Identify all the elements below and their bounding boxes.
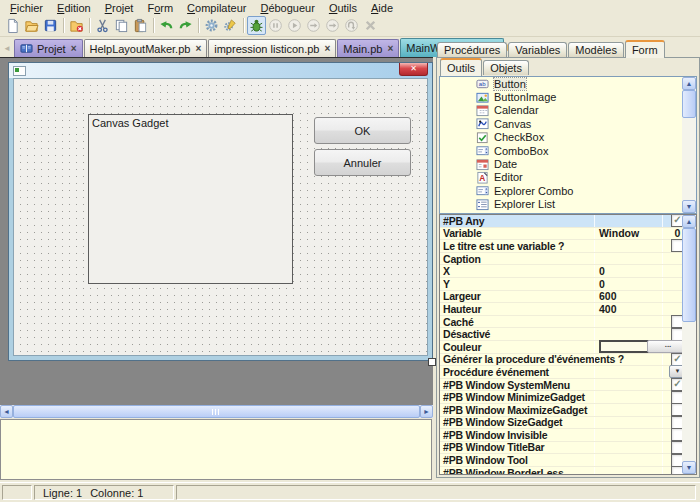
property-row-largeur[interactable]: Largeur600 [440, 291, 682, 304]
window-close-button[interactable]: ✕ [399, 63, 428, 76]
property-row-pb-window-invisible[interactable]: #PB Window Invisible [440, 429, 682, 442]
gadget-item-buttonimage[interactable]: ButtonImage [440, 90, 696, 103]
panel-tab-proc-dures[interactable]: Procédures [437, 42, 507, 57]
propgrid-scroll-up-button[interactable]: ▲ [682, 215, 696, 228]
property-row-cach[interactable]: Caché [440, 316, 682, 329]
event-procedure-dropdown-button[interactable]: ▼ [669, 365, 683, 378]
document-tab-impression-listicon-pb[interactable]: impression listicon.pb× [208, 39, 336, 57]
open-folder-button[interactable] [22, 16, 41, 35]
property-row-pb-window-sizegadget[interactable]: #PB Window SizeGadget [440, 417, 682, 430]
property-row-caption[interactable]: Caption [440, 253, 682, 266]
panel-tab-form[interactable]: Form [625, 40, 665, 58]
property-row-pb-window-systemmenu[interactable]: #PB Window SystemMenu✓ [440, 379, 682, 392]
tab-close-icon[interactable]: × [324, 43, 330, 54]
property-row-proc-dure-v-nement[interactable]: Procédure événement▼ [440, 366, 682, 379]
property-row-hauteur[interactable]: Hauteur400 [440, 303, 682, 316]
property-checkbox[interactable] [671, 315, 682, 328]
document-tab-helplayoutmaker-pb[interactable]: HelpLayoutMaker.pb× [84, 39, 208, 57]
menu-item-fichier[interactable]: Fichier [3, 1, 50, 15]
menu-item-outils[interactable]: Outils [322, 1, 364, 15]
property-row-variable[interactable]: VariableWindow0 [440, 228, 682, 241]
toolbox-scroll-down-button[interactable]: ▼ [682, 200, 696, 213]
property-value[interactable]: Window [597, 227, 667, 239]
panel-tab-variables[interactable]: Variables [508, 42, 567, 57]
property-row-le-titre-est-une-variable[interactable]: Le titre est une variable ? [440, 240, 682, 253]
tab-close-icon[interactable]: × [195, 43, 201, 54]
property-checkbox[interactable] [671, 466, 682, 474]
tool-tab-objets[interactable]: Objets [483, 60, 529, 75]
tab-scroll-left-icon[interactable]: ◄ [3, 44, 11, 53]
property-row-y[interactable]: Y0 [440, 278, 682, 291]
menu-item-aide[interactable]: Aide [364, 1, 400, 15]
toolbox-scroll-thumb[interactable] [682, 90, 696, 118]
property-row-pb-any[interactable]: #PB Any✓ [440, 215, 682, 228]
form-grid-surface[interactable]: Canvas Gadget OK Annuler [13, 78, 428, 356]
color-picker-button[interactable]: ... [647, 340, 682, 353]
compile-button[interactable] [202, 16, 221, 35]
property-checkbox[interactable] [671, 441, 682, 454]
document-tab-projet[interactable]: Projet× [14, 39, 83, 57]
gadget-item-button[interactable]: abButton [440, 77, 696, 90]
tab-close-icon[interactable]: × [387, 43, 393, 54]
property-value[interactable]: ... [597, 340, 667, 353]
gadget-item-date[interactable]: Date [440, 157, 696, 170]
menu-item-compilateur[interactable]: Compilateur [180, 1, 253, 15]
panel-tab-mod-les[interactable]: Modèles [568, 42, 624, 57]
cut-button[interactable] [93, 16, 112, 35]
property-row-pb-window-minimizegadget[interactable]: #PB Window MinimizeGadget [440, 391, 682, 404]
property-checkbox[interactable]: ✓ [671, 215, 682, 227]
property-row-pb-window-borderless[interactable]: #PB Window BorderLess [440, 467, 682, 474]
property-row-g-n-rer-la-procedure-d-v-nements[interactable]: Générer la procedure d'événements ?✓ [440, 354, 682, 367]
undo-button[interactable] [157, 16, 176, 35]
toolbox-scrollbar[interactable]: ▲ ▼ [682, 77, 696, 213]
property-checkbox[interactable] [671, 239, 682, 252]
menu-item-edition[interactable]: Edition [50, 1, 98, 15]
gadget-item-calendar[interactable]: Calendar [440, 104, 696, 117]
color-swatch[interactable] [599, 340, 653, 353]
property-checkbox[interactable] [671, 391, 682, 404]
redo-button[interactable] [176, 16, 195, 35]
gadget-item-canvas[interactable]: Canvas [440, 117, 696, 130]
propgrid-scroll-down-button[interactable]: ▼ [682, 461, 696, 474]
window-resize-handle[interactable] [428, 358, 436, 366]
ok-button[interactable]: OK [314, 117, 411, 144]
menu-item-d-bogueur[interactable]: Débogueur [253, 1, 321, 15]
property-row-pb-window-maximizegadget[interactable]: #PB Window MaximizeGadget [440, 404, 682, 417]
property-row-couleur[interactable]: Couleur... [440, 341, 682, 354]
property-checkbox[interactable] [671, 403, 682, 416]
tab-close-icon[interactable]: × [71, 43, 77, 54]
property-value[interactable]: 0 [597, 265, 667, 277]
copy-button[interactable] [112, 16, 131, 35]
compile-run-button[interactable] [221, 16, 240, 35]
property-checkbox[interactable] [671, 328, 682, 341]
document-tab-main-pb[interactable]: Main.pb× [337, 39, 399, 57]
property-checkbox[interactable]: ✓ [671, 353, 682, 366]
designed-window[interactable]: ✕ Canvas Gadget OK Annuler [8, 62, 433, 361]
property-row-x[interactable]: X0 [440, 265, 682, 278]
save-button[interactable] [41, 16, 60, 35]
gadget-item-editor[interactable]: AEditor [440, 171, 696, 184]
scroll-right-button[interactable]: ► [420, 405, 433, 418]
property-checkbox[interactable] [671, 428, 682, 441]
propgrid-scroll-thumb[interactable] [682, 228, 696, 322]
close-file-button[interactable] [67, 16, 86, 35]
property-grid-scrollbar[interactable]: ▲ ▼ [682, 215, 696, 474]
property-checkbox[interactable]: ✓ [671, 378, 682, 391]
horizontal-scroll-thumb[interactable] [13, 405, 420, 418]
property-row-d-sactiv[interactable]: Désactivé [440, 328, 682, 341]
property-checkbox[interactable] [671, 416, 682, 429]
property-value[interactable]: 400 [597, 303, 667, 315]
property-row-pb-window-titlebar[interactable]: #PB Window TitleBar [440, 442, 682, 455]
menu-item-projet[interactable]: Projet [98, 1, 141, 15]
property-value[interactable]: 600 [597, 290, 667, 302]
toolbox-scroll-up-button[interactable]: ▲ [682, 77, 696, 90]
gadget-item-explorer-list[interactable]: Explorer List [440, 198, 696, 211]
horizontal-scrollbar[interactable]: ◄ ► [0, 405, 433, 418]
menu-item-form[interactable]: Form [140, 1, 180, 15]
paste-button[interactable] [131, 16, 150, 35]
property-value[interactable]: 0 [597, 278, 667, 290]
gadget-item-explorer-combo[interactable]: Explorer Combo [440, 184, 696, 197]
gadget-item-combobox[interactable]: ComboBox [440, 144, 696, 157]
property-row-pb-window-tool[interactable]: #PB Window Tool [440, 454, 682, 467]
scroll-left-button[interactable]: ◄ [0, 405, 13, 418]
